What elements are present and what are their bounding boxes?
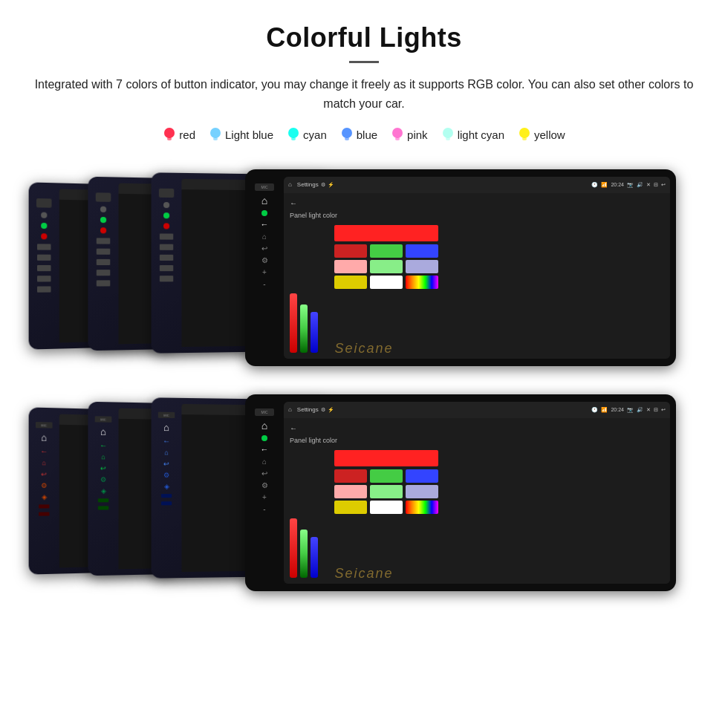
page-title: Colorful Lights <box>30 22 698 53</box>
light-cyan-bulb-icon <box>441 126 455 143</box>
svg-rect-10 <box>395 137 400 140</box>
grid-cell-2 <box>334 485 367 498</box>
device-row-1: MIC ⌂ ← ⌂ ↩ ⚙ + - <box>30 163 698 375</box>
green-bar <box>300 304 308 353</box>
color-item-red: red <box>163 126 195 143</box>
svg-point-13 <box>519 128 530 138</box>
yellow-bulb-icon <box>518 126 531 143</box>
blue-bar-2 <box>311 537 318 578</box>
pink-bulb-icon <box>391 126 404 143</box>
signal-icon-2: 📶 <box>601 407 608 413</box>
grid-cell-rainbow <box>406 276 438 289</box>
close-icon-2: ✕ <box>646 407 651 413</box>
title-divider <box>349 61 379 63</box>
grid-cell <box>370 244 403 258</box>
grid-cell-2 <box>334 469 367 483</box>
blue-bar <box>311 312 318 353</box>
grid-cell-2 <box>406 469 438 483</box>
color-panel-area-2 <box>290 450 664 578</box>
settings-label-2: Settings <box>297 406 319 413</box>
cyan-bulb-icon <box>287 126 300 143</box>
grid-cell-2 <box>370 501 403 514</box>
back-icon: ↩ <box>661 182 666 188</box>
blue-label: blue <box>357 128 377 141</box>
svg-point-3 <box>210 128 221 138</box>
red-bar <box>290 293 297 353</box>
red-bulb-icon <box>163 126 176 143</box>
gear-icon-2: ⚙ <box>321 407 325 413</box>
grid-cell <box>406 244 438 258</box>
camera-icon-2: 📷 <box>627 407 634 413</box>
grid-cell <box>334 276 367 289</box>
home-icon: ⌂ <box>288 181 292 188</box>
color-item-blue: blue <box>340 126 377 143</box>
time-display-2: 20:24 <box>611 407 624 412</box>
clock-icon: 🕐 <box>591 182 598 188</box>
light-blue-bulb-icon <box>209 126 222 143</box>
time-display: 20:24 <box>611 182 624 187</box>
svg-point-5 <box>288 128 299 138</box>
color-indicators-row: red Light blue cyan blue <box>30 126 698 143</box>
svg-rect-4 <box>213 137 218 140</box>
device-front-2: MIC ⌂ ← ⌂ ↩ ⚙ + - <box>245 394 676 591</box>
preview-color-cell <box>334 225 438 241</box>
clock-icon-2: 🕐 <box>591 407 598 413</box>
red-bar-2 <box>290 518 297 578</box>
color-grid <box>334 225 438 353</box>
volume-icon: 🔊 <box>637 182 643 188</box>
screen-topbar-1: ⌂ Settings ⚙ ⚡ 🕐 📶 20:24 📷 🔊 <box>284 177 670 193</box>
grid-cell <box>370 260 403 273</box>
device-screen-1: ⌂ Settings ⚙ ⚡ 🕐 📶 20:24 📷 🔊 <box>284 177 670 359</box>
color-item-cyan: cyan <box>287 126 327 143</box>
grid-cell-2 <box>334 501 367 514</box>
minimize-icon: ⊟ <box>654 182 658 188</box>
grid-cell-rainbow-2 <box>406 501 438 514</box>
yellow-label: yellow <box>534 128 565 141</box>
grid-cell-2 <box>406 485 438 498</box>
cyan-label: cyan <box>303 128 327 141</box>
light-cyan-label: light cyan <box>458 128 504 141</box>
back-arrow-2: ← <box>290 424 297 432</box>
minimize-icon-2: ⊟ <box>654 407 658 413</box>
svg-point-9 <box>392 128 403 138</box>
grid-cell <box>370 276 403 289</box>
device-stack-2: MIC ⌂ ← ⌂ ↩ ⚙ ◈ <box>30 394 698 595</box>
volume-icon-2: 🔊 <box>637 407 643 413</box>
rgb-bars-2 <box>290 450 318 578</box>
svg-rect-6 <box>291 137 296 140</box>
page-wrapper: Colorful Lights Integrated with 7 colors… <box>0 0 728 622</box>
panel-light-title-2: Panel light color <box>290 437 664 444</box>
settings-gear-icon: ⚙ <box>321 182 325 188</box>
screen-content-2: ← Panel light color <box>284 418 670 584</box>
close-icon: ✕ <box>646 182 651 188</box>
svg-point-11 <box>443 128 453 138</box>
bolt-icon-2: ⚡ <box>328 407 334 413</box>
pink-label: pink <box>407 128 428 141</box>
red-label: red <box>179 128 195 141</box>
device-stack-1: MIC ⌂ ← ⌂ ↩ ⚙ + - <box>30 169 698 370</box>
svg-rect-8 <box>345 137 349 140</box>
title-section: Colorful Lights Integrated with 7 colors… <box>30 22 698 113</box>
home-icon-2: ⌂ <box>288 406 292 413</box>
panel-light-title: Panel light color <box>290 212 664 219</box>
light-blue-label: Light blue <box>225 128 273 141</box>
svg-point-7 <box>342 128 352 138</box>
grid-cell <box>334 244 367 258</box>
color-item-light-blue: Light blue <box>209 126 273 143</box>
settings-bolt-icon: ⚡ <box>328 182 334 188</box>
blue-bulb-icon <box>340 126 354 143</box>
signal-icon: 📶 <box>601 182 608 188</box>
device-front-1: MIC ⌂ ← ⌂ ↩ ⚙ + - <box>245 169 676 366</box>
color-item-yellow: yellow <box>518 126 565 143</box>
back-icon-2: ↩ <box>661 407 666 413</box>
settings-label: Settings <box>297 181 319 188</box>
preview-color-cell-2 <box>334 450 438 466</box>
grid-cell <box>406 260 438 273</box>
grid-cell-2 <box>370 485 403 498</box>
grid-cell <box>334 260 367 273</box>
device-row-2: MIC ⌂ ← ⌂ ↩ ⚙ ◈ <box>30 388 698 600</box>
color-item-pink: pink <box>391 126 428 143</box>
green-bar-2 <box>300 530 308 578</box>
screen-content-1: ← Panel light color <box>284 193 670 359</box>
screen-topbar-2: ⌂ Settings ⚙ ⚡ 🕐 📶 20:24 📷 🔊 <box>284 402 670 418</box>
